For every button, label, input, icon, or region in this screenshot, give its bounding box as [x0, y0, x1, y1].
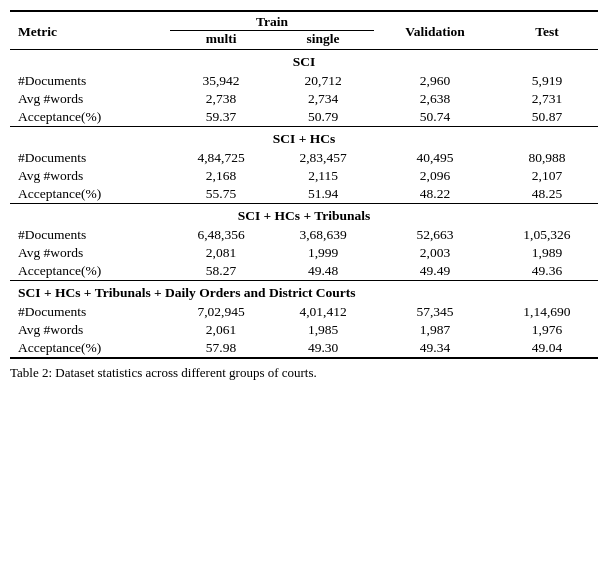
train-multi-header: multi [170, 31, 272, 50]
train-single-cell: 51.94 [272, 185, 374, 204]
validation-cell: 2,096 [374, 167, 496, 185]
section-header-sci-hcs-tribunals: SCI + HCs + Tribunals [10, 204, 598, 227]
table-caption: Table 2: Dataset statistics across diffe… [10, 365, 598, 381]
header-row-top: Metric Train Validation Test [10, 11, 598, 31]
table-row: Acceptance(%)59.3750.7950.7450.87 [10, 108, 598, 127]
train-multi-cell: 35,942 [170, 72, 272, 90]
metric-header: Metric [10, 11, 170, 50]
train-multi-cell: 2,168 [170, 167, 272, 185]
train-multi-cell: 2,061 [170, 321, 272, 339]
metric-cell: #Documents [10, 303, 170, 321]
validation-cell: 2,638 [374, 90, 496, 108]
test-cell: 49.36 [496, 262, 598, 281]
section-label-sci-hcs-tribunals: SCI + HCs + Tribunals [10, 204, 598, 227]
train-single-cell: 50.79 [272, 108, 374, 127]
train-header: Train [170, 11, 374, 31]
test-cell: 50.87 [496, 108, 598, 127]
validation-header: Validation [374, 11, 496, 50]
table-row: Avg #words2,7382,7342,6382,731 [10, 90, 598, 108]
train-single-cell: 20,712 [272, 72, 374, 90]
validation-cell: 50.74 [374, 108, 496, 127]
metric-cell: Acceptance(%) [10, 339, 170, 358]
train-multi-cell: 55.75 [170, 185, 272, 204]
section-header-sci: SCI [10, 50, 598, 73]
train-single-header: single [272, 31, 374, 50]
validation-cell: 49.49 [374, 262, 496, 281]
test-cell: 1,14,690 [496, 303, 598, 321]
train-multi-cell: 7,02,945 [170, 303, 272, 321]
section-label-sci-hcs-tribunals-daily: SCI + HCs + Tribunals + Daily Orders and… [10, 281, 598, 304]
train-single-cell: 3,68,639 [272, 226, 374, 244]
table-row: #Documents35,94220,7122,9605,919 [10, 72, 598, 90]
section-header-sci-hcs: SCI + HCs [10, 127, 598, 150]
validation-cell: 1,987 [374, 321, 496, 339]
table-row: Acceptance(%)57.9849.3049.3449.04 [10, 339, 598, 358]
test-cell: 1,976 [496, 321, 598, 339]
train-single-cell: 2,115 [272, 167, 374, 185]
test-cell: 2,107 [496, 167, 598, 185]
train-multi-cell: 2,081 [170, 244, 272, 262]
metric-cell: Avg #words [10, 90, 170, 108]
table-row: #Documents7,02,9454,01,41257,3451,14,690 [10, 303, 598, 321]
section-header-sci-hcs-tribunals-daily: SCI + HCs + Tribunals + Daily Orders and… [10, 281, 598, 304]
metric-cell: Acceptance(%) [10, 262, 170, 281]
train-single-cell: 2,83,457 [272, 149, 374, 167]
validation-cell: 52,663 [374, 226, 496, 244]
metric-cell: Avg #words [10, 167, 170, 185]
train-multi-cell: 58.27 [170, 262, 272, 281]
table-row: Avg #words2,1682,1152,0962,107 [10, 167, 598, 185]
section-label-sci: SCI [10, 50, 598, 73]
train-single-cell: 49.30 [272, 339, 374, 358]
table-row: Avg #words2,0811,9992,0031,989 [10, 244, 598, 262]
test-cell: 5,919 [496, 72, 598, 90]
metric-cell: Acceptance(%) [10, 185, 170, 204]
metric-cell: #Documents [10, 149, 170, 167]
validation-cell: 48.22 [374, 185, 496, 204]
table-row: Acceptance(%)55.7551.9448.2248.25 [10, 185, 598, 204]
train-single-cell: 49.48 [272, 262, 374, 281]
table-body: SCI#Documents35,94220,7122,9605,919Avg #… [10, 50, 598, 359]
test-cell: 80,988 [496, 149, 598, 167]
table-row: Acceptance(%)58.2749.4849.4949.36 [10, 262, 598, 281]
test-header: Test [496, 11, 598, 50]
train-multi-cell: 2,738 [170, 90, 272, 108]
validation-cell: 2,960 [374, 72, 496, 90]
test-cell: 49.04 [496, 339, 598, 358]
validation-cell: 49.34 [374, 339, 496, 358]
test-cell: 1,989 [496, 244, 598, 262]
table-row: #Documents4,84,7252,83,45740,49580,988 [10, 149, 598, 167]
metric-cell: Avg #words [10, 321, 170, 339]
validation-cell: 40,495 [374, 149, 496, 167]
metric-cell: Avg #words [10, 244, 170, 262]
test-cell: 1,05,326 [496, 226, 598, 244]
test-cell: 2,731 [496, 90, 598, 108]
train-multi-cell: 6,48,356 [170, 226, 272, 244]
section-label-sci-hcs: SCI + HCs [10, 127, 598, 150]
table-wrapper: Metric Train Validation Test multi singl… [10, 10, 598, 381]
table-row: Avg #words2,0611,9851,9871,976 [10, 321, 598, 339]
train-multi-cell: 4,84,725 [170, 149, 272, 167]
train-multi-cell: 59.37 [170, 108, 272, 127]
metric-cell: Acceptance(%) [10, 108, 170, 127]
train-single-cell: 1,985 [272, 321, 374, 339]
metric-cell: #Documents [10, 72, 170, 90]
train-multi-cell: 57.98 [170, 339, 272, 358]
table-row: #Documents6,48,3563,68,63952,6631,05,326 [10, 226, 598, 244]
validation-cell: 57,345 [374, 303, 496, 321]
train-single-cell: 1,999 [272, 244, 374, 262]
test-cell: 48.25 [496, 185, 598, 204]
train-single-cell: 2,734 [272, 90, 374, 108]
train-single-cell: 4,01,412 [272, 303, 374, 321]
metric-cell: #Documents [10, 226, 170, 244]
validation-cell: 2,003 [374, 244, 496, 262]
data-table: Metric Train Validation Test multi singl… [10, 10, 598, 359]
